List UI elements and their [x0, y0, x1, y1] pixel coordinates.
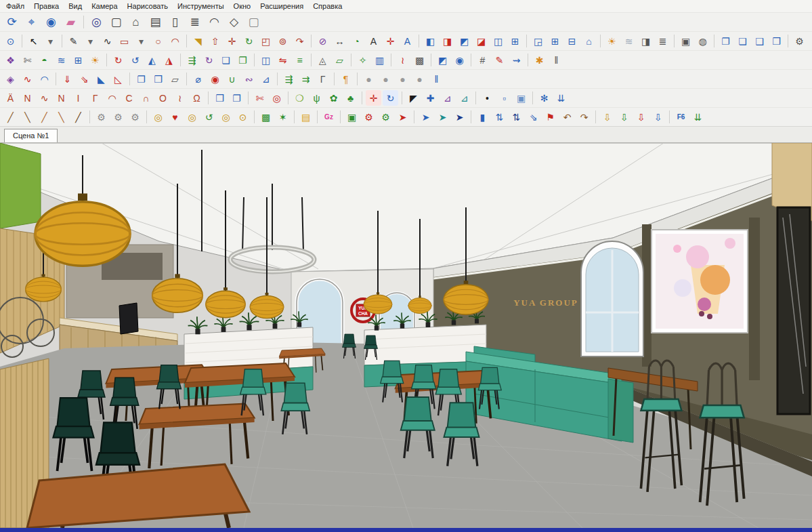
look-around-icon[interactable]: ◉ — [42, 14, 60, 30]
select-icon[interactable]: ↖ — [26, 33, 41, 49]
circle-icon[interactable]: ○ — [150, 33, 166, 49]
ring-refresh-icon[interactable]: ↺ — [201, 109, 217, 125]
ball-4-icon[interactable]: ● — [412, 71, 427, 87]
sketch-pencil-icon[interactable]: ✎ — [492, 52, 507, 68]
drape-icon[interactable]: ◓ — [37, 52, 52, 68]
export-1-icon[interactable]: ⇩ — [599, 109, 615, 125]
menu-file[interactable]: Файл — [1, 1, 29, 11]
scene-tab[interactable]: Сцена №1 — [4, 129, 58, 142]
window-tile-icon[interactable]: ❏ — [735, 33, 750, 49]
camera-add-icon[interactable]: ▣ — [344, 109, 360, 125]
loft-arc-icon[interactable]: ◠ — [37, 71, 52, 87]
orbit-icon[interactable]: ⟳ — [3, 14, 21, 30]
curve-gamma-icon[interactable]: Γ — [87, 90, 103, 106]
rectangle-dropdown-icon[interactable]: ▾ — [133, 33, 149, 49]
fold-icon[interactable]: ⇘ — [77, 71, 92, 87]
tree-icon[interactable]: ♣ — [343, 90, 358, 106]
pull-down-icon[interactable]: ⇓ — [60, 71, 75, 87]
select-dropdown-icon[interactable]: ▾ — [43, 33, 58, 49]
scale-icon[interactable]: ◰ — [258, 33, 274, 49]
menu-edit[interactable]: Правка — [29, 1, 64, 11]
rotate-array-icon[interactable]: ↻ — [201, 52, 217, 68]
ring-2-icon[interactable]: ◎ — [184, 109, 200, 125]
gear-red-icon[interactable]: ⚙ — [361, 109, 377, 125]
ball-3-icon[interactable]: ● — [395, 71, 410, 87]
menu-view[interactable]: Вид — [64, 1, 87, 11]
component-stack-icon[interactable]: ❏ — [218, 52, 234, 68]
angle-up-icon[interactable]: ◭ — [144, 52, 160, 68]
curve-c-icon[interactable]: C — [121, 90, 137, 106]
wave-surface-icon[interactable]: ≋ — [54, 52, 69, 68]
menu-extensions[interactable]: Расширения — [255, 1, 308, 11]
collapse-icon[interactable]: ⇊ — [553, 90, 569, 106]
spin-red-icon[interactable]: ↻ — [110, 52, 126, 68]
target-red-icon[interactable]: ◎ — [269, 90, 284, 106]
mirror-icon[interactable]: ◫ — [258, 52, 274, 68]
angle-down-icon[interactable]: ◮ — [161, 52, 177, 68]
curve-n2-icon[interactable]: N — [54, 90, 69, 106]
menu-draw[interactable]: Нарисовать — [123, 1, 173, 11]
export-image-icon[interactable]: ▣ — [678, 33, 693, 49]
arc-wall-tool-icon[interactable]: ◠ — [205, 14, 223, 30]
diamond-tool-icon[interactable]: ◇ — [225, 14, 243, 30]
ring-3-icon[interactable]: ◎ — [218, 109, 234, 125]
look-eye-icon[interactable]: ◉ — [452, 52, 467, 68]
spin-blue-icon[interactable]: ↺ — [127, 52, 143, 68]
add-box-icon[interactable]: ▫ — [496, 90, 512, 106]
styles-icon[interactable]: ◨ — [638, 33, 654, 49]
pentagon-network-icon[interactable]: ❖ — [3, 52, 18, 68]
match-photo-icon[interactable]: ◍ — [695, 33, 710, 49]
component-drop-icon[interactable]: ❐ — [235, 52, 251, 68]
model-stats-icon[interactable]: ▥ — [372, 52, 387, 68]
ball-2-icon[interactable]: ● — [378, 71, 393, 87]
curve-o-icon[interactable]: O — [155, 90, 171, 106]
protractor-icon[interactable]: ◔ — [349, 33, 364, 49]
view-front-icon[interactable]: ⊟ — [564, 33, 580, 49]
menu-camera[interactable]: Камера — [87, 1, 122, 11]
solid-shell-icon[interactable]: ⊞ — [507, 33, 523, 49]
pause-icon[interactable]: ‖ — [429, 71, 444, 87]
dot-icon[interactable]: • — [479, 90, 495, 106]
help-question-icon[interactable]: ? — [809, 33, 812, 49]
ball-1-icon[interactable]: ● — [361, 71, 377, 87]
curve-arc-icon[interactable]: ◠ — [104, 90, 120, 106]
pencil-plus-icon[interactable]: ✚ — [423, 90, 438, 106]
line-icon[interactable]: ✎ — [66, 33, 81, 49]
window-cascade-icon[interactable]: ❐ — [718, 33, 733, 49]
nav-teal-icon[interactable]: ➤ — [435, 109, 450, 125]
layers-icon[interactable]: ≣ — [655, 33, 670, 49]
balloon-green-icon[interactable]: ❍ — [292, 90, 307, 106]
ring-heart-icon[interactable]: ♥ — [167, 109, 183, 125]
curve-n-icon[interactable]: N — [20, 90, 35, 106]
box-pair-2-icon[interactable]: ❐ — [229, 90, 244, 106]
view-iso-icon[interactable]: ◲ — [530, 33, 546, 49]
box-b-icon[interactable]: ❒ — [150, 71, 166, 87]
scissors-icon[interactable]: ✄ — [20, 52, 35, 68]
quad-face-icon[interactable]: ▱ — [332, 52, 347, 68]
awl-1-icon[interactable]: ╱ — [3, 109, 18, 125]
gear-cube-1-icon[interactable]: ⚙ — [93, 109, 109, 125]
axes-icon[interactable]: ✛ — [383, 33, 398, 49]
door-tool-icon[interactable]: ▯ — [166, 14, 184, 30]
ring-zoom-icon[interactable]: ⊙ — [235, 109, 251, 125]
flip-swap-icon[interactable]: ⇋ — [275, 52, 291, 68]
solid-trim-icon[interactable]: ◩ — [456, 33, 472, 49]
swirl-red-icon[interactable]: ➤ — [395, 109, 410, 125]
green-cube-icon[interactable]: ▩ — [258, 109, 274, 125]
shadows-icon[interactable]: ☀ — [604, 33, 620, 49]
text-3d-icon[interactable]: A — [400, 33, 415, 49]
section-tool-icon[interactable]: ◩ — [435, 52, 450, 68]
zoom-icon[interactable]: ⊙ — [3, 33, 18, 49]
viewport-3d[interactable]: YUA GROUP — [0, 143, 812, 528]
taper-icon[interactable]: ⊿ — [258, 71, 274, 87]
tri-black-icon[interactable]: ◤ — [406, 90, 421, 106]
stairs-tool-icon[interactable]: ≣ — [186, 14, 204, 30]
box-pair-1-icon[interactable]: ❒ — [212, 90, 228, 106]
awl-5-icon[interactable]: ╱ — [70, 109, 86, 125]
wedge-icon[interactable]: ◣ — [93, 71, 109, 87]
curve-red-icon[interactable]: ∿ — [20, 71, 35, 87]
nav-blue-icon[interactable]: ➤ — [418, 109, 433, 125]
flag-red-icon[interactable]: ⚑ — [542, 109, 558, 125]
solid-split-icon[interactable]: ◫ — [490, 33, 506, 49]
star-green-icon[interactable]: ✶ — [275, 109, 291, 125]
